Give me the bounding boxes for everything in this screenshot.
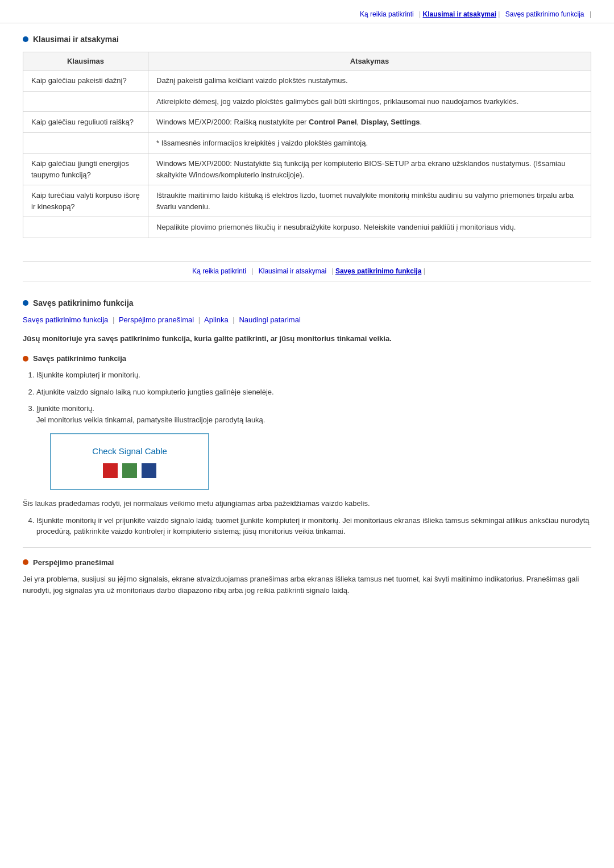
qa-question-1: Kaip galėčiau pakeisti dažnį?	[23, 70, 148, 92]
top-nav-link-3[interactable]: Savęs patikrinimo funkcija	[505, 10, 584, 18]
sub-navigation: Savęs patikrinimo funkcija | Perspėjimo …	[23, 315, 591, 324]
signal-squares	[103, 463, 156, 478]
top-nav-link-1[interactable]: Ką reikia patikrinti	[360, 10, 414, 18]
table-row: Kaip turėčiau valyti korpuso išorę ir ki…	[23, 185, 591, 217]
table-row: Kaip galėčiau pakeisti dažnį? Dažnį pake…	[23, 70, 591, 92]
green-square-icon	[122, 463, 137, 478]
orange-dot-icon-2	[23, 559, 28, 565]
table-row: Kaip galėčiau reguliuoti raišką? Windows…	[23, 112, 591, 133]
table-row: * Išsamesnės informacijos kreipkitės į v…	[23, 132, 591, 153]
section-qa-title: Klausimai ir atsakymai	[23, 35, 591, 44]
list-item: Išjunkite kompiuterį ir monitorių.	[36, 369, 591, 381]
qa-question-6: Kaip turėčiau valyti korpuso išorę ir ki…	[23, 185, 148, 217]
qa-answer-6: Ištraukite maitinimo laido kištuką iš el…	[148, 185, 591, 217]
list-item: Įjunkite monitorių. Jei monitorius veiki…	[36, 403, 591, 490]
signal-cable-text: Check Signal Cable	[92, 445, 167, 458]
divider	[23, 547, 591, 548]
table-row: Atkreipkite dėmesį, jog vaizdo plokštės …	[23, 91, 591, 112]
top-nav-active[interactable]: Klausimai ir atsakymai	[423, 10, 496, 18]
qa-answer-3: Windows ME/XP/2000: Raišką nustatykite p…	[148, 112, 591, 133]
table-row: Kaip galėčiau įjungti energijos taupymo …	[23, 153, 591, 185]
table-row: Nepalikite plovimo priemonės likučių ir …	[23, 217, 591, 238]
blue-dot-icon-2	[23, 300, 28, 306]
bottom-navigation: Ką reikia patikrinti | Klausimai ir atsa…	[23, 261, 591, 281]
sub-nav-link-3[interactable]: Aplinka	[204, 315, 229, 324]
section-self-test-title: Savęs patikrinimo funkcija	[23, 298, 591, 308]
qa-answer-2: Atkreipkite dėmesį, jog vaizdo plokštės …	[148, 91, 591, 112]
steps-list: Išjunkite kompiuterį ir monitorių. Atjun…	[23, 369, 591, 490]
qa-question-2	[23, 91, 148, 112]
blue-dot-icon	[23, 36, 28, 42]
qa-answer-1: Dažnį pakeisti galima keičiant vaizdo pl…	[148, 70, 591, 92]
red-square-icon	[103, 463, 118, 478]
qa-answer-4: * Išsamesnės informacijos kreipkitės į v…	[148, 132, 591, 153]
section-qa: Klausimai ir atsakymai Klausimas Atsakym…	[0, 23, 614, 255]
qa-answer-5: Windows ME/XP/2000: Nustatykite šią funk…	[148, 153, 591, 185]
bottom-nav-link-1[interactable]: Ką reikia patikrinti	[192, 267, 246, 275]
warning-text: Jei yra problema, susijusi su įėjimo sig…	[23, 574, 591, 597]
top-navigation: Ką reikia patikrinti | Klausimai ir atsa…	[0, 0, 614, 23]
bottom-nav-link-2[interactable]: Klausimai ir atsakymai	[259, 267, 326, 275]
steps-list-continued: Išjunkite monitorių ir vel prijunkite va…	[23, 515, 591, 537]
subsection-2-title: Perspėjimo pranešimai	[23, 558, 591, 567]
qa-question-7	[23, 217, 148, 238]
qa-question-4	[23, 132, 148, 153]
intro-bold-text: Jūsų monitoriuje yra savęs patikrinimo f…	[23, 333, 591, 344]
qa-col-question: Klausimas	[23, 52, 148, 70]
qa-answer-7: Nepalikite plovimo priemonės likučių ir …	[148, 217, 591, 238]
sub-nav-link-1[interactable]: Savęs patikrinimo funkcija	[23, 315, 108, 324]
list-item: Išjunkite monitorių ir vel prijunkite va…	[36, 515, 591, 537]
qa-question-5: Kaip galėčiau įjungti energijos taupymo …	[23, 153, 148, 185]
list-item: Atjunkite vaizdo signalo laiką nuo kompi…	[36, 387, 591, 398]
qa-col-answer: Atsakymas	[148, 52, 591, 70]
orange-dot-icon-1	[23, 356, 28, 362]
signal-cable-box: Check Signal Cable	[50, 433, 209, 490]
bottom-nav-active[interactable]: Savęs patikrinimo funkcija	[335, 267, 421, 275]
qa-table: Klausimas Atsakymas Kaip galėčiau pakeis…	[23, 52, 591, 238]
subsection-1-title: Savęs patikrinimo funkcija	[23, 354, 591, 363]
note-text: Šis laukas pradedamas rodyti, jei normal…	[23, 498, 591, 509]
sub-nav-link-2[interactable]: Perspėjimo pranešimai	[119, 315, 194, 324]
section-self-test: Savęs patikrinimo funkcija Savęs patikri…	[0, 287, 614, 609]
blue-square-icon	[142, 463, 156, 478]
qa-question-3: Kaip galėčiau reguliuoti raišką?	[23, 112, 148, 133]
sub-nav-link-4[interactable]: Naudingi patarimai	[239, 315, 300, 324]
